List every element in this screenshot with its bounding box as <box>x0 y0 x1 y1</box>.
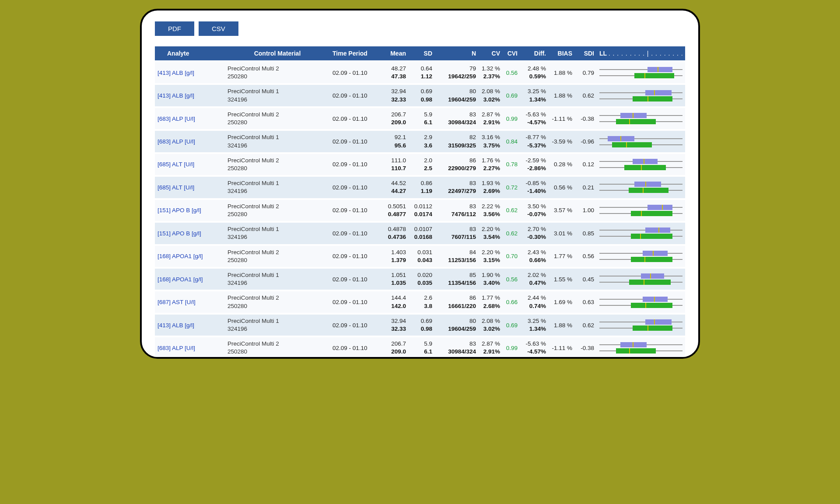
col-time[interactable]: Time Period <box>330 46 382 60</box>
analyte-cell[interactable]: [685] ALT [U/l] <box>155 177 225 198</box>
material-cell: PreciControl Multi 1 324196 <box>225 131 330 152</box>
table-row: [413] ALB [g/l] PreciControl Multi 1 324… <box>155 85 685 106</box>
range-chart-local <box>599 90 682 95</box>
bias-cell: 0.56 % <box>549 177 575 198</box>
col-diff[interactable]: Diff. <box>520 46 549 60</box>
range-chart-cell <box>597 85 685 106</box>
cv-cell: 2.22 % 3.56% <box>479 200 503 221</box>
sd-cell: 0.031 0.043 <box>409 246 435 267</box>
range-chart-cell <box>597 315 685 336</box>
time-cell: 02.09 - 01.10 <box>330 177 382 198</box>
bias-cell: 3.57 % <box>549 200 575 221</box>
n-cell: 83 7476/112 <box>435 200 479 221</box>
analyte-cell[interactable]: [683] ALP [U/l] <box>155 337 225 357</box>
analyte-cell[interactable]: [413] ALB [g/l] <box>155 62 225 83</box>
analyte-cell[interactable]: [413] ALB [g/l] <box>155 85 225 106</box>
time-cell: 02.09 - 01.10 <box>330 315 382 336</box>
diff-cell: -5.63 % -4.57% <box>520 108 549 129</box>
range-chart-local <box>599 159 682 164</box>
range-chart-peer <box>599 188 682 193</box>
material-cell: PreciControl Multi 1 324196 <box>225 85 330 106</box>
analyte-cell[interactable]: [168] APOA1 [g/l] <box>155 246 225 267</box>
table-row: [168] APOA1 [g/l] PreciControl Multi 1 3… <box>155 269 685 290</box>
analyte-cell[interactable]: [683] ALP [U/l] <box>155 108 225 129</box>
pdf-button[interactable]: PDF <box>155 21 194 36</box>
csv-button[interactable]: CSV <box>199 21 238 36</box>
analyte-cell[interactable]: [687] AST [U/l] <box>155 291 225 312</box>
time-cell: 02.09 - 01.10 <box>330 108 382 129</box>
mean-cell: 44.52 44.27 <box>382 177 409 198</box>
table-header-row: Analyte Control Material Time Period Mea… <box>155 46 685 60</box>
mean-cell: 111.0 110.7 <box>382 154 409 175</box>
diff-cell: -5.63 % -4.57% <box>520 337 549 357</box>
cvi-cell: 0.62 <box>503 223 520 244</box>
diff-cell: 3.25 % 1.34% <box>520 315 549 336</box>
n-cell: 83 30984/324 <box>435 337 479 357</box>
material-cell: PreciControl Multi 2 250280 <box>225 246 330 267</box>
table-row: [683] ALP [U/l] PreciControl Multi 2 250… <box>155 337 685 357</box>
time-cell: 02.09 - 01.10 <box>330 246 382 267</box>
material-cell: PreciControl Multi 2 250280 <box>225 154 330 175</box>
table-row: [683] ALP [U/l] PreciControl Multi 1 324… <box>155 131 685 152</box>
range-chart-local <box>599 67 682 72</box>
range-chart-local <box>599 297 682 302</box>
col-sd[interactable]: SD <box>409 46 435 60</box>
n-cell: 80 19604/259 <box>435 85 479 106</box>
sdi-cell: 0.45 <box>575 269 597 290</box>
range-chart-peer <box>599 326 682 331</box>
range-chart-cell <box>597 246 685 267</box>
mean-cell: 0.4878 0.4736 <box>382 223 409 244</box>
sd-cell: 0.64 1.12 <box>409 62 435 83</box>
material-cell: PreciControl Multi 2 250280 <box>225 291 330 312</box>
material-cell: PreciControl Multi 2 250280 <box>225 108 330 129</box>
range-chart-cell <box>597 62 685 83</box>
range-chart-cell <box>597 291 685 312</box>
range-chart-peer <box>599 165 682 170</box>
analyte-cell[interactable]: [685] ALT [U/l] <box>155 154 225 175</box>
bias-cell: -1.11 % <box>549 337 575 357</box>
cv-cell: 2.08 % 3.02% <box>479 85 503 106</box>
cvi-cell: 0.62 <box>503 200 520 221</box>
range-chart-peer <box>599 73 682 78</box>
analyte-cell[interactable]: [683] ALP [U/l] <box>155 131 225 152</box>
material-cell: PreciControl Multi 1 324196 <box>225 223 330 244</box>
col-cv[interactable]: CV <box>479 46 503 60</box>
cvi-cell: 0.56 <box>503 269 520 290</box>
diff-cell: 3.50 % -0.07% <box>520 200 549 221</box>
analyte-cell[interactable]: [413] ALB [g/l] <box>155 315 225 336</box>
time-cell: 02.09 - 01.10 <box>330 62 382 83</box>
diff-cell: -8.77 % -5.37% <box>520 131 549 152</box>
analyte-cell[interactable]: [168] APOA1 [g/l] <box>155 269 225 290</box>
mean-cell: 0.5051 0.4877 <box>382 200 409 221</box>
col-mean[interactable]: Mean <box>382 46 409 60</box>
sd-cell: 0.0112 0.0174 <box>409 200 435 221</box>
analyte-cell[interactable]: [151] APO B [g/l] <box>155 223 225 244</box>
mean-cell: 144.4 142.0 <box>382 291 409 312</box>
bias-cell: 1.88 % <box>549 315 575 336</box>
sd-cell: 5.9 6.1 <box>409 108 435 129</box>
analyte-cell[interactable]: [151] APO B [g/l] <box>155 200 225 221</box>
range-chart-peer <box>599 96 682 102</box>
sd-cell: 2.0 2.5 <box>409 154 435 175</box>
time-cell: 02.09 - 01.10 <box>330 269 382 290</box>
bias-cell: 1.88 % <box>549 62 575 83</box>
col-sdi[interactable]: SDI <box>575 46 597 60</box>
time-cell: 02.09 - 01.10 <box>330 223 382 244</box>
range-chart-local <box>599 136 682 141</box>
n-cell: 80 19604/259 <box>435 315 479 336</box>
bias-cell: -3.59 % <box>549 131 575 152</box>
cvi-cell: 0.84 <box>503 131 520 152</box>
col-analyte[interactable]: Analyte <box>155 46 225 60</box>
diff-cell: 3.25 % 1.34% <box>520 85 549 106</box>
col-n[interactable]: N <box>435 46 479 60</box>
col-cvi[interactable]: CVI <box>503 46 520 60</box>
n-cell: 83 22497/279 <box>435 177 479 198</box>
time-cell: 02.09 - 01.10 <box>330 85 382 106</box>
mean-cell: 32.94 32.33 <box>382 85 409 106</box>
cv-cell: 2.87 % 2.91% <box>479 108 503 129</box>
cv-cell: 2.20 % 3.54% <box>479 223 503 244</box>
table-row: [683] ALP [U/l] PreciControl Multi 2 250… <box>155 108 685 129</box>
sd-cell: 0.69 0.98 <box>409 85 435 106</box>
col-material[interactable]: Control Material <box>225 46 330 60</box>
col-bias[interactable]: BIAS <box>549 46 575 60</box>
